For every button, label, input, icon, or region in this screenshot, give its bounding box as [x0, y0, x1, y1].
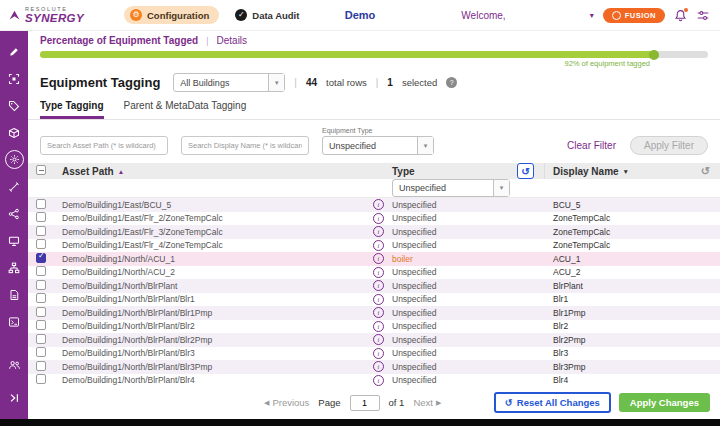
column-header-type[interactable]: Type ↺ — [392, 163, 544, 179]
row-checkbox[interactable] — [36, 253, 46, 263]
info-icon[interactable]: i — [373, 294, 384, 305]
info-icon[interactable]: i — [373, 267, 384, 278]
table-row[interactable]: Demo/Building1/North/BlrPlant/Blr3 i Uns… — [28, 347, 720, 361]
row-checkbox[interactable] — [36, 239, 46, 249]
type-value[interactable]: Unspecified — [392, 227, 544, 237]
table-row[interactable]: Demo/Building1/East/Flr_4/ZoneTempCalc i… — [28, 239, 720, 253]
type-value[interactable]: Unspecified — [392, 375, 544, 385]
column-header-display-name[interactable]: Display Name ▼ ↺ — [544, 163, 710, 179]
type-value[interactable]: Unspecified — [392, 335, 544, 345]
table-row[interactable]: Demo/Building1/North/BlrPlant/Blr1 i Uns… — [28, 293, 720, 307]
type-value[interactable]: Unspecified — [392, 321, 544, 331]
terminal-icon[interactable] — [0, 308, 28, 335]
help-icon[interactable]: ? — [446, 77, 457, 88]
apply-filter-button[interactable]: Apply Filter — [630, 136, 708, 155]
info-icon[interactable]: i — [373, 240, 384, 251]
display-name-value[interactable]: Blr1Pmp — [544, 308, 710, 318]
row-checkbox[interactable] — [36, 320, 46, 330]
page-number-input[interactable] — [350, 395, 380, 411]
display-name-value[interactable]: Blr1 — [544, 294, 710, 304]
row-checkbox[interactable] — [36, 334, 46, 344]
row-checkbox[interactable] — [36, 293, 46, 303]
site-name[interactable]: Demo — [345, 9, 376, 21]
network-icon[interactable] — [0, 200, 28, 227]
info-icon[interactable]: i — [373, 375, 384, 386]
type-value[interactable]: Unspecified — [392, 281, 544, 291]
previous-page-button[interactable]: ◀ Previous — [264, 397, 309, 408]
users-icon[interactable] — [8, 351, 21, 378]
display-name-value[interactable]: BCU_5 — [544, 200, 710, 210]
notifications-button[interactable] — [674, 9, 687, 22]
nav-data-audit[interactable]: ✓ Data Audit — [235, 9, 299, 21]
info-icon[interactable]: i — [373, 226, 384, 237]
fusion-button[interactable]: FUSION — [603, 8, 665, 23]
display-name-value[interactable]: Blr2Pmp — [544, 335, 710, 345]
table-row[interactable]: Demo/Building1/North/BlrPlant/Blr2Pmp i … — [28, 333, 720, 347]
display-name-value[interactable]: ZoneTempCalc — [544, 227, 710, 237]
scan-icon[interactable] — [0, 65, 28, 92]
tools-icon[interactable] — [0, 173, 28, 200]
tab-type-tagging[interactable]: Type Tagging — [40, 100, 104, 119]
display-name-value[interactable]: BlrPlant — [544, 281, 710, 291]
info-icon[interactable]: i — [373, 361, 384, 372]
settings-gear-icon[interactable] — [0, 146, 28, 173]
display-name-value[interactable]: ACU_2 — [544, 267, 710, 277]
row-checkbox[interactable] — [36, 374, 46, 384]
monitor-icon[interactable] — [0, 227, 28, 254]
search-asset-path-input[interactable] — [40, 136, 168, 155]
user-menu-caret-icon[interactable]: ▾ — [590, 11, 594, 20]
tab-parent-metadata-tagging[interactable]: Parent & MetaData Tagging — [124, 100, 247, 119]
row-checkbox[interactable] — [36, 199, 46, 209]
next-page-button[interactable]: Next ▶ — [413, 397, 441, 408]
display-name-value[interactable]: Blr3Pmp — [544, 362, 710, 372]
search-display-name-input[interactable] — [181, 136, 309, 155]
details-link[interactable]: Details — [217, 35, 248, 46]
info-icon[interactable]: i — [373, 253, 384, 264]
display-name-value[interactable]: ACU_1 — [544, 254, 710, 264]
row-checkbox[interactable] — [36, 347, 46, 357]
edit-icon[interactable] — [0, 38, 28, 65]
table-row[interactable]: Demo/Building1/North/ACU_1 i boiler ACU_… — [28, 252, 720, 266]
table-row[interactable]: Demo/Building1/East/Flr_3/ZoneTempCalc i… — [28, 225, 720, 239]
table-row[interactable]: Demo/Building1/North/BlrPlant i Unspecif… — [28, 279, 720, 293]
row-checkbox[interactable] — [36, 307, 46, 317]
table-row[interactable]: Demo/Building1/North/BlrPlant/Blr4 i Uns… — [28, 374, 720, 388]
type-column-filter-select[interactable]: Unspecified ▾ — [392, 179, 510, 197]
type-value[interactable]: Unspecified — [392, 267, 544, 277]
clear-filter-link[interactable]: Clear Filter — [567, 140, 616, 151]
display-name-value[interactable]: ZoneTempCalc — [544, 240, 710, 250]
type-value[interactable]: Unspecified — [392, 348, 544, 358]
info-icon[interactable]: i — [373, 199, 384, 210]
sliders-icon[interactable] — [696, 9, 710, 22]
apply-changes-button[interactable]: Apply Changes — [619, 393, 710, 412]
info-icon[interactable]: i — [373, 280, 384, 291]
info-icon[interactable]: i — [373, 348, 384, 359]
type-value[interactable]: Unspecified — [392, 200, 544, 210]
collapse-icon[interactable] — [8, 384, 21, 411]
display-name-value[interactable]: Blr3 — [544, 348, 710, 358]
table-row[interactable]: Demo/Building1/East/BCU_5 i Unspecified … — [28, 198, 720, 212]
table-row[interactable]: Demo/Building1/North/BlrPlant/Blr2 i Uns… — [28, 320, 720, 334]
type-value[interactable]: boiler — [392, 254, 544, 264]
assets-icon[interactable] — [0, 119, 28, 146]
info-icon[interactable]: i — [373, 307, 384, 318]
display-name-value[interactable]: ZoneTempCalc — [544, 213, 710, 223]
info-icon[interactable]: i — [373, 334, 384, 345]
row-checkbox[interactable] — [36, 212, 46, 222]
table-row[interactable]: Demo/Building1/North/BlrPlant/Blr1Pmp i … — [28, 306, 720, 320]
select-all-checkbox[interactable] — [36, 165, 46, 175]
type-value[interactable]: Unspecified — [392, 213, 544, 223]
type-value[interactable]: Unspecified — [392, 294, 544, 304]
nav-configuration[interactable]: ⚙ Configuration — [124, 6, 219, 24]
table-row[interactable]: Demo/Building1/East/Flr_2/ZoneTempCalc i… — [28, 212, 720, 226]
row-checkbox[interactable] — [36, 226, 46, 236]
info-icon[interactable]: i — [373, 213, 384, 224]
type-value[interactable]: Unspecified — [392, 240, 544, 250]
equipment-type-select[interactable]: Unspecified ▾ — [322, 136, 434, 155]
hierarchy-icon[interactable] — [0, 254, 28, 281]
building-selector[interactable]: All Buildings ▾ — [173, 73, 285, 92]
row-checkbox[interactable] — [36, 266, 46, 276]
table-row[interactable]: Demo/Building1/North/BlrPlant/Blr3Pmp i … — [28, 360, 720, 374]
type-value[interactable]: Unspecified — [392, 308, 544, 318]
info-icon[interactable]: i — [373, 321, 384, 332]
